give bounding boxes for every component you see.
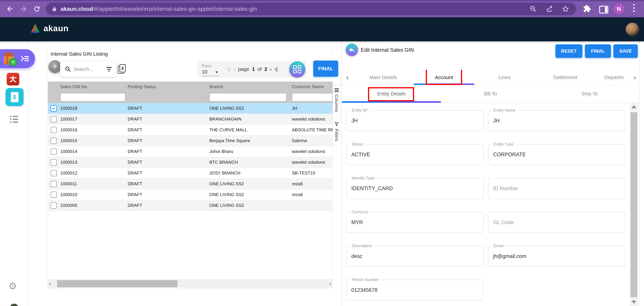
filter-input-branch[interactable] — [209, 93, 286, 102]
sub-tab-bill-to[interactable]: Bill To — [441, 85, 540, 103]
field-phone-number[interactable]: Phone Number012345678 — [346, 280, 484, 300]
browser-profile-avatar[interactable]: N — [613, 3, 624, 14]
tabs-scroll-left-icon[interactable]: ‹ — [342, 73, 353, 82]
field-label: Identity Type — [350, 176, 376, 180]
field-email[interactable]: Emailjh@gmail.com — [488, 246, 626, 267]
field-entity-id[interactable]: Entity Id*JH — [346, 110, 484, 131]
address-bar[interactable]: akaun.cloud/#/applet/tnt/wavelet/erp/int… — [46, 3, 576, 15]
browser-forward-button[interactable] — [18, 4, 28, 14]
sub-tab-ship-to[interactable]: Ship To — [540, 85, 639, 103]
browser-back-button[interactable] — [5, 4, 15, 14]
extensions-puzzle-icon[interactable] — [583, 5, 591, 13]
akaun-logo[interactable]: akaun — [30, 23, 69, 34]
vertical-scrollbar[interactable] — [630, 103, 638, 306]
bookmark-star-icon[interactable] — [562, 5, 569, 13]
table-row[interactable]: 1000016DRAFTTHE CURVE MALLABSOLUTE TIME … — [48, 125, 332, 135]
horizontal-scroll-thumb[interactable] — [57, 280, 178, 287]
sub-tab-entity-details[interactable]: Entity Details — [342, 85, 441, 103]
column-header-customer-name[interactable]: Customer Name — [290, 84, 332, 89]
search-input[interactable] — [73, 66, 102, 72]
field-gl-code[interactable]: GL Code — [488, 212, 626, 233]
filters-side-tab[interactable]: Filters — [333, 118, 340, 145]
row-checkbox[interactable] — [50, 105, 57, 112]
sidebar-item-listing[interactable] — [10, 116, 18, 123]
save-button[interactable]: SAVE — [613, 44, 638, 58]
tab-departm[interactable]: Departm — [596, 70, 629, 85]
table-row[interactable]: 1000017DRAFTBRANCHAGAINwavelet solutions — [48, 114, 332, 125]
browser-menu-icon[interactable] — [633, 4, 635, 12]
reset-button[interactable]: RESET — [556, 44, 582, 58]
scroll-up-arrow[interactable] — [632, 105, 636, 108]
sidebar-bottom-avatar[interactable] — [10, 304, 18, 306]
field-description[interactable]: Descriptiondesc — [346, 246, 484, 267]
zoom-out-indicator-icon[interactable] — [530, 5, 537, 13]
rows-per-page-select[interactable]: Rows 10 ▼ — [202, 64, 220, 75]
row-checkbox[interactable] — [50, 127, 57, 133]
columns-side-tab[interactable]: Columns — [333, 85, 340, 117]
row-checkbox[interactable] — [50, 138, 57, 144]
browser-reload-button[interactable] — [32, 4, 42, 14]
table-row[interactable]: 1000014DRAFTJohor Bharuwavelet solutions — [48, 146, 332, 157]
tab-main-details[interactable]: Main Details — [353, 70, 414, 85]
back-arrow-icon — [348, 46, 355, 53]
prev-page-button[interactable]: ‹ — [234, 66, 236, 72]
tabs-scroll-right-icon[interactable]: › — [629, 73, 640, 82]
row-checkbox[interactable] — [50, 181, 57, 187]
scroll-left-arrow[interactable]: ‹ — [49, 280, 51, 287]
cell-posting-status: DRAFT — [126, 138, 207, 143]
table-row[interactable]: 1000015DRAFTBerjaya Time SquereSabrina — [48, 135, 332, 146]
field-identity-type[interactable]: Identity TypeIDENTITY_CARD — [346, 178, 484, 199]
cell-sales-gin-no: 1000018 — [58, 106, 126, 111]
final-button[interactable]: FINAL — [585, 44, 611, 58]
column-header-branch[interactable]: Branch — [207, 83, 290, 90]
row-checkbox[interactable] — [50, 159, 57, 166]
field-status[interactable]: StatusACTIVE — [346, 144, 484, 165]
side-panel-icon[interactable] — [599, 6, 608, 14]
back-button[interactable] — [346, 44, 358, 56]
next-page-button[interactable]: › — [270, 66, 272, 72]
last-page-button[interactable]: ›| — [274, 66, 278, 72]
tab-account[interactable]: Account — [414, 70, 474, 85]
row-checkbox[interactable] — [50, 170, 57, 176]
field-value: MYR — [351, 219, 363, 225]
add-record-button[interactable]: + — [48, 60, 61, 73]
vertical-scroll-thumb[interactable] — [630, 112, 637, 297]
table-row[interactable]: 1000012DRAFTJOSY BRANCHSB-TEST10 — [48, 168, 332, 179]
user-avatar[interactable] — [626, 23, 639, 36]
tab-settlement[interactable]: Settlement — [535, 70, 596, 85]
column-header-posting-status[interactable]: Posting Status — [126, 83, 207, 90]
settings-gear-icon[interactable]: ⚙ — [8, 281, 17, 291]
row-checkbox[interactable] — [50, 191, 57, 198]
row-checkbox[interactable] — [50, 202, 57, 209]
row-checkbox[interactable] — [50, 148, 57, 155]
filter-list-icon[interactable] — [106, 67, 112, 72]
scroll-right-arrow[interactable]: › — [329, 280, 331, 287]
scroll-down-arrow[interactable] — [632, 300, 636, 304]
table-row[interactable]: 1000011DRAFTONE LIVING SS2reza6 — [48, 179, 332, 189]
filter-input-sales-gin-no[interactable] — [60, 93, 126, 102]
sidebar-item-billing-applet[interactable]: $ — [6, 88, 24, 106]
field-currency[interactable]: CurrencyMYR — [346, 212, 484, 233]
cell-posting-status: DRAFT — [126, 149, 207, 154]
listing-final-button[interactable]: FINAL — [313, 61, 338, 77]
search-box[interactable] — [60, 62, 116, 77]
table-row[interactable]: 1000010DRAFTONE LIVING SS2reza6 — [48, 189, 332, 200]
tab-lines[interactable]: Lines — [474, 70, 535, 85]
table-row[interactable]: 1000018DRAFTONE LIVING SS2JH — [48, 103, 332, 114]
column-header-sales-gin-no[interactable]: Sales GIN No — [58, 83, 126, 90]
table-row[interactable]: 1000005DRAFTONE LIVING SS2 — [48, 200, 332, 211]
field-id-number[interactable]: ID Number — [488, 178, 626, 199]
horizontal-scrollbar[interactable]: ‹ › — [48, 279, 332, 288]
field-entity-type[interactable]: Entity TypeCORPORATE — [488, 144, 626, 165]
table-row[interactable]: 1000013DRAFTBTC BRANCHwavelet solutions — [48, 157, 332, 168]
sidebar-item-dai-applet[interactable] — [7, 73, 19, 85]
apps-grid-button[interactable] — [289, 61, 305, 77]
share-icon[interactable] — [546, 5, 553, 13]
sidebar-expand-icon[interactable] — [20, 54, 30, 64]
field-entity-name[interactable]: Entity NameJH — [488, 110, 626, 131]
sidebar-item-internal-sales-gin-applet[interactable]: ↑ ✈ — [0, 49, 35, 68]
first-page-button[interactable]: |‹ — [228, 66, 231, 72]
filter-input-customer-name[interactable] — [292, 93, 332, 102]
row-checkbox[interactable] — [50, 116, 57, 122]
duplicate-view-icon[interactable]: 2 — [118, 64, 125, 74]
